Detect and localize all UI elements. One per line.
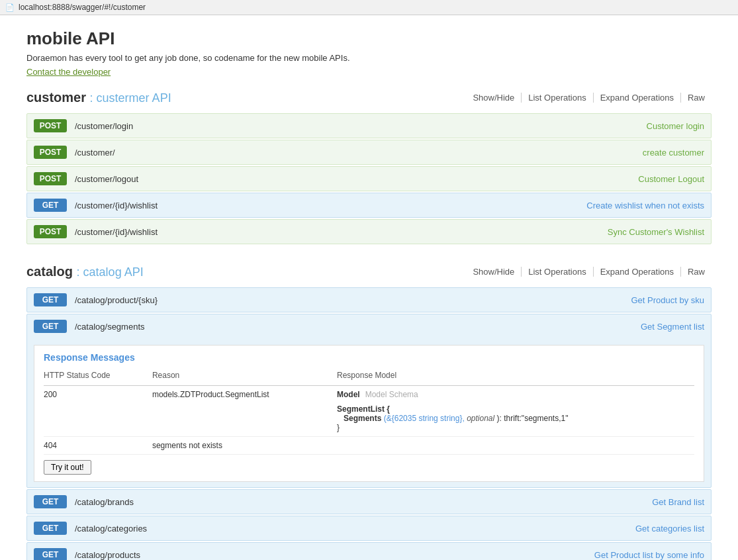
customer-section-controls: Show/Hide List Operations Expand Operati… — [466, 93, 712, 103]
operation-desc: Get Segment list — [641, 322, 704, 332]
operation-desc: Get categories list — [635, 524, 704, 534]
reason-200: models.ZDTProduct.SegmentList — [152, 386, 337, 437]
method-badge-post: POST — [34, 119, 67, 132]
browser-url: localhost:8888/swagger/#!/customer — [19, 3, 146, 12]
catalog-show-hide[interactable]: Show/Hide — [466, 267, 522, 277]
operation-path: /catalog/segments — [75, 322, 641, 332]
customer-section: customer : custermer API Show/Hide List … — [26, 90, 712, 244]
customer-list-operations[interactable]: List Operations — [522, 93, 593, 103]
method-badge-post: POST — [34, 146, 67, 159]
model-name: SegmentList { — [337, 404, 689, 414]
operation-desc: Get Product list by some info — [594, 550, 704, 560]
customer-operation-2[interactable]: POST /customer/logout Customer Logout — [26, 166, 712, 191]
method-badge-post: POST — [34, 225, 67, 238]
catalog-operation-2[interactable]: GET /catalog/brands Get Brand list — [26, 489, 712, 514]
status-code-200: 200 — [44, 386, 152, 437]
customer-operation-4[interactable]: POST /customer/{id}/wishlist Sync Custom… — [26, 219, 712, 244]
method-badge-get: GET — [34, 293, 67, 306]
model-close: } — [337, 423, 689, 432]
operation-desc: Create wishlist when not exists — [586, 201, 704, 210]
catalog-operation-3[interactable]: GET /catalog/categories Get categories l… — [26, 516, 712, 541]
col-reason: Reason — [152, 368, 337, 386]
operation-desc: create customer — [643, 148, 704, 158]
operation-desc: Customer login — [647, 121, 704, 131]
col-status-code: HTTP Status Code — [44, 368, 152, 386]
expanded-header-row: GET /catalog/segments Get Segment list — [34, 320, 704, 333]
catalog-expand-operations[interactable]: Expand Operations — [594, 267, 681, 277]
expanded-content: Response Messages HTTP Status Code Reaso… — [34, 340, 704, 482]
operation-path: /catalog/categories — [75, 524, 635, 534]
status-code-404: 404 — [44, 437, 152, 455]
main-content: mobile API Doraemon has every tool to ge… — [0, 15, 738, 560]
operation-desc: Get Product by sku — [631, 295, 704, 305]
catalog-operation-1[interactable]: GET /catalog/segments Get Segment list R… — [26, 314, 712, 488]
operation-desc: Customer Logout — [638, 174, 704, 184]
response-messages-section: Response Messages HTTP Status Code Reaso… — [34, 345, 704, 482]
method-badge-get: GET — [34, 495, 67, 508]
catalog-operation-4[interactable]: GET /catalog/products Get Product list b… — [26, 542, 712, 560]
catalog-operation-0[interactable]: GET /catalog/product/{sku} Get Product b… — [26, 287, 712, 312]
reason-404: segments not exists — [152, 437, 337, 455]
try-it-out-button[interactable]: Try it out! — [44, 460, 91, 475]
catalog-section-title: catalog : catalog API — [26, 264, 144, 279]
catalog-raw[interactable]: Raw — [681, 267, 712, 277]
operation-path: /catalog/product/{sku} — [75, 295, 631, 305]
operation-desc: Sync Customer's Wishlist — [608, 227, 704, 237]
contact-developer-link[interactable]: Contact the developer — [26, 67, 111, 77]
model-content: SegmentList { Segments (&{62035 string s… — [337, 404, 689, 432]
operation-path: /customer/{id}/wishlist — [75, 201, 586, 210]
operation-path: /customer/logout — [75, 174, 638, 184]
customer-expand-operations[interactable]: Expand Operations — [594, 93, 681, 103]
customer-raw[interactable]: Raw — [681, 93, 712, 103]
browser-bar: 📄 localhost:8888/swagger/#!/customer — [0, 0, 738, 15]
model-field: Segments (&{62035 string string}, option… — [344, 414, 689, 423]
col-response-model: Response Model — [337, 368, 694, 386]
model-tab-model[interactable]: Model — [337, 390, 360, 399]
response-row-404: 404 segments not exists — [44, 437, 694, 455]
operation-path: /catalog/products — [75, 550, 594, 560]
operation-path: /customer/{id}/wishlist — [75, 227, 608, 237]
catalog-section-controls: Show/Hide List Operations Expand Operati… — [466, 267, 712, 277]
customer-operation-3[interactable]: GET /customer/{id}/wishlist Create wishl… — [26, 193, 712, 218]
response-row-200: 200 models.ZDTProduct.SegmentList Model … — [44, 386, 694, 437]
customer-show-hide[interactable]: Show/Hide — [466, 93, 522, 103]
response-table: HTTP Status Code Reason Response Model 2… — [44, 368, 694, 455]
page-icon: 📄 — [5, 3, 15, 12]
model-404 — [337, 437, 694, 455]
method-badge-get: GET — [34, 320, 67, 333]
operation-path: /catalog/brands — [75, 497, 652, 507]
operation-path: /customer/ — [75, 148, 643, 158]
app-title: mobile API — [26, 28, 712, 49]
catalog-list-operations[interactable]: List Operations — [522, 267, 593, 277]
customer-section-header: customer : custermer API Show/Hide List … — [26, 90, 712, 108]
operation-desc: Get Brand list — [652, 497, 704, 507]
catalog-section-header: catalog : catalog API Show/Hide List Ope… — [26, 264, 712, 282]
app-description: Doraemon has every tool to get any job d… — [26, 53, 712, 63]
customer-section-title: customer : custermer API — [26, 90, 171, 105]
model-tab-schema[interactable]: Model Schema — [365, 390, 418, 399]
operation-path: /customer/login — [75, 121, 647, 131]
method-badge-get: GET — [34, 548, 67, 560]
method-badge-post: POST — [34, 172, 67, 185]
response-messages-title: Response Messages — [44, 352, 694, 363]
customer-operation-1[interactable]: POST /customer/ create customer — [26, 140, 712, 165]
catalog-section: catalog : catalog API Show/Hide List Ope… — [26, 264, 712, 560]
customer-operation-0[interactable]: POST /customer/login Customer login — [26, 113, 712, 138]
model-tabs: Model Model Schema — [337, 390, 689, 399]
method-badge-get: GET — [34, 199, 67, 212]
model-200: Model Model Schema SegmentList { Segment… — [337, 386, 694, 437]
method-badge-get: GET — [34, 522, 67, 535]
